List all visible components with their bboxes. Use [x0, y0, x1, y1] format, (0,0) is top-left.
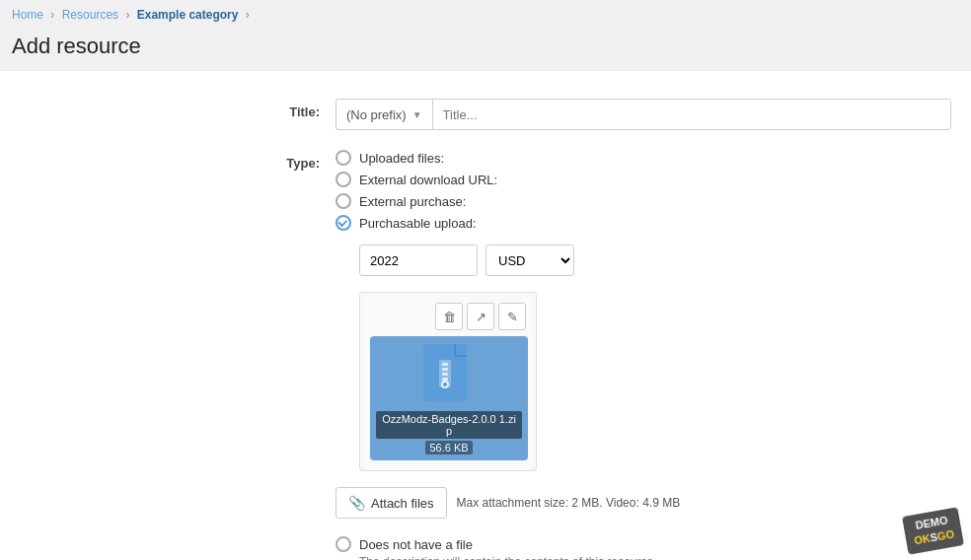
file-actions: 🗑 ↗ ✎: [370, 303, 526, 330]
title-input-group: (No prefix) ▼: [336, 99, 951, 130]
svg-rect-4: [442, 363, 448, 366]
radio-label-external-purchase: External purchase:: [359, 194, 466, 209]
file-name: OzzModz-Badges-2.0.0 1.zip: [376, 411, 522, 439]
paperclip-icon: 📎: [348, 495, 365, 511]
type-row: Type: Uploaded files: External download …: [0, 142, 971, 560]
breadcrumb: Home › Resources › Example category ›: [0, 0, 971, 30]
type-options: Uploaded files: External download URL: E…: [336, 150, 951, 560]
type-content: Uploaded files: External download URL: E…: [336, 150, 951, 560]
radio-circle-no-file: [336, 536, 351, 552]
price-row: USD EUR GBP AUD CAD: [359, 245, 951, 276]
title-content: (No prefix) ▼: [336, 99, 951, 130]
delete-file-button[interactable]: 🗑: [435, 303, 463, 330]
radio-uploaded-files[interactable]: Uploaded files:: [336, 150, 951, 166]
file-card: OzzModz-Badges-2.0.0 1.zip 56.6 KB: [370, 336, 528, 460]
edit-icon: ✎: [507, 310, 518, 324]
page-title: Add resource: [0, 30, 971, 71]
share-file-button[interactable]: ↗: [467, 303, 494, 330]
breadcrumb-resources[interactable]: Resources: [62, 8, 118, 22]
breadcrumb-sep-2: ›: [125, 8, 129, 22]
radio-purchasable-upload[interactable]: Purchasable upload:: [336, 215, 951, 231]
upload-area: 🗑 ↗ ✎: [359, 292, 537, 471]
price-input[interactable]: [359, 245, 478, 276]
title-row: Title: (No prefix) ▼: [0, 91, 971, 138]
trash-icon: 🗑: [443, 310, 456, 324]
no-file-option: Does not have a file The description wil…: [336, 536, 951, 560]
edit-file-button[interactable]: ✎: [498, 303, 526, 330]
radio-label-purchasable-upload: Purchasable upload:: [359, 216, 477, 231]
svg-rect-2: [455, 344, 467, 356]
attach-files-button[interactable]: 📎 Attach files: [336, 487, 447, 519]
add-resource-form: Title: (No prefix) ▼ Type: Uploaded file…: [0, 71, 971, 560]
radio-external-purchase[interactable]: External purchase:: [336, 193, 951, 209]
chevron-down-icon: ▼: [412, 109, 422, 120]
svg-rect-5: [442, 368, 448, 371]
breadcrumb-current: Example category: [137, 8, 239, 22]
breadcrumb-sep-3: ›: [246, 8, 250, 22]
attach-info: Max attachment size: 2 MB. Video: 4.9 MB: [457, 496, 681, 510]
attach-files-label: Attach files: [371, 496, 434, 511]
radio-label-external-download: External download URL:: [359, 173, 497, 187]
radio-label-uploaded: Uploaded files:: [359, 151, 444, 166]
prefix-label: (No prefix): [346, 107, 407, 122]
prefix-dropdown[interactable]: (No prefix) ▼: [336, 99, 432, 130]
radio-no-file[interactable]: Does not have a file: [336, 536, 951, 552]
radio-circle-external-purchase: [336, 193, 351, 209]
radio-external-download[interactable]: External download URL:: [336, 172, 951, 187]
svg-point-9: [443, 383, 447, 386]
svg-rect-6: [442, 373, 448, 376]
currency-select[interactable]: USD EUR GBP AUD CAD: [486, 245, 574, 276]
share-icon: ↗: [476, 310, 486, 324]
svg-rect-7: [442, 378, 448, 381]
radio-circle-external-download: [336, 172, 351, 187]
breadcrumb-sep-1: ›: [50, 8, 54, 22]
file-size: 56.6 KB: [425, 441, 472, 455]
radio-label-no-file: Does not have a file: [359, 537, 473, 552]
title-label: Title:: [20, 99, 336, 119]
zip-file-icon: [419, 342, 479, 411]
attach-row: 📎 Attach files Max attachment size: 2 MB…: [336, 487, 951, 519]
radio-circle-uploaded: [336, 150, 351, 166]
breadcrumb-home[interactable]: Home: [12, 8, 43, 22]
type-label: Type:: [20, 150, 336, 171]
no-file-description: The description will contain the content…: [359, 555, 951, 560]
title-input[interactable]: [432, 99, 951, 130]
radio-circle-purchasable-upload: [336, 215, 351, 231]
